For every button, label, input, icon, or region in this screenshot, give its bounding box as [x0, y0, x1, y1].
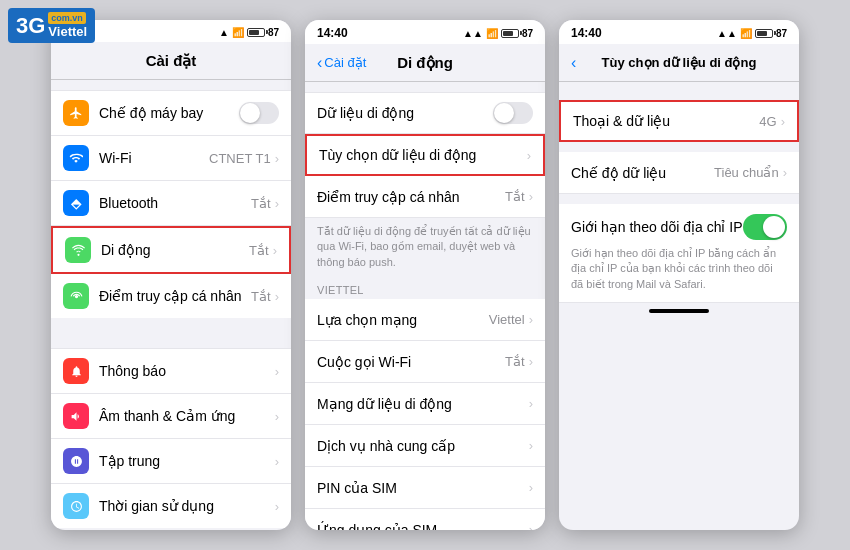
focus-label: Tập trung: [99, 453, 275, 469]
mobile-value: Tắt: [249, 243, 269, 258]
list-item-sim-pin[interactable]: PIN của SIM ›: [305, 467, 545, 509]
list-item-screentime[interactable]: Thời gian sử dụng ›: [51, 484, 291, 528]
wifi-label: Wi-Fi: [99, 150, 209, 166]
airplane-toggle[interactable]: [239, 102, 279, 124]
list-item-network-select[interactable]: Lựa chọn mạng Viettel ›: [305, 299, 545, 341]
sim-app-chevron: ›: [529, 522, 533, 530]
ip-tracking-desc: Giới hạn theo dõi địa chỉ IP bằng cách ẩ…: [571, 246, 787, 292]
bluetooth-icon: ⬘: [63, 190, 89, 216]
list-item-notification[interactable]: Thông báo ›: [51, 348, 291, 394]
screens-container: •••• ▲ 📶 87 Cài đặt Chế độ máy bay: [31, 0, 819, 550]
nav-header-3: ‹ Tùy chọn dữ liệu di động: [559, 44, 799, 82]
data-options-chevron: ›: [527, 148, 531, 163]
data-network-chevron: ›: [529, 396, 533, 411]
screen2-title: Di động: [397, 54, 453, 72]
wifi-icon: 📶: [232, 27, 244, 38]
list-item-provider[interactable]: Dịch vụ nhà cung cấp ›: [305, 425, 545, 467]
network-select-label: Lựa chọn mạng: [317, 312, 489, 328]
svg-point-0: [74, 294, 77, 297]
list-item-focus[interactable]: Tập trung ›: [51, 439, 291, 484]
hotspot-icon: [63, 283, 89, 309]
ip-tracking-label: Giới hạn theo dõi địa chỉ IP: [571, 219, 743, 235]
network-select-chevron: ›: [529, 312, 533, 327]
divider-1: [51, 320, 291, 348]
list-item-data-options[interactable]: Tùy chọn dữ liệu di động ›: [305, 134, 545, 176]
list-item-personal-hotspot[interactable]: Điểm truy cập cá nhân Tắt ›: [305, 176, 545, 218]
nav-back-2[interactable]: ‹ Cài đặt: [317, 54, 366, 72]
bluetooth-chevron: ›: [275, 196, 279, 211]
hotspot-value: Tắt: [251, 289, 271, 304]
list-item-airplane[interactable]: Chế độ máy bay: [51, 90, 291, 136]
wifi-icon-2: 📶: [486, 28, 498, 39]
wifi-signal-icon: ▲: [219, 27, 229, 38]
brand-com: com.vn: [48, 12, 86, 24]
nav-header-1: Cài đặt: [51, 42, 291, 80]
wifi-call-value: Tắt: [505, 354, 525, 369]
brand-viettel: Viettel: [48, 24, 87, 39]
provider-chevron: ›: [529, 438, 533, 453]
data-mode-chevron: ›: [783, 165, 787, 180]
wifi-chevron: ›: [275, 151, 279, 166]
list-item-data-mode[interactable]: Chế độ dữ liệu Tiêu chuẩn ›: [559, 152, 799, 194]
mobile-chevron: ›: [273, 243, 277, 258]
status-bar-3: 14:40 ▲▲ 📶 87: [559, 20, 799, 44]
screen2-mobile: 14:40 ▲▲ 📶 87 ‹ Cài đặt Di động Dữ liệu …: [305, 20, 545, 530]
list-item-sim-app[interactable]: Ứng dụng của SIM ›: [305, 509, 545, 530]
ip-tracking-toggle[interactable]: [743, 214, 787, 240]
battery-level-1: 87: [268, 27, 279, 38]
list-item-mobile-data[interactable]: Dữ liệu di động: [305, 92, 545, 134]
notification-label: Thông báo: [99, 363, 275, 379]
wifi-icon-3: 📶: [740, 28, 752, 39]
divider-s3-1: [559, 142, 799, 152]
list-item-hotspot[interactable]: Điểm truy cập cá nhân Tắt ›: [51, 274, 291, 318]
nav-back-3[interactable]: ‹: [571, 54, 576, 72]
voice-data-chevron: ›: [781, 114, 785, 129]
screen3-title: Tùy chọn dữ liệu di động: [602, 55, 757, 70]
sim-app-label: Ứng dụng của SIM: [317, 522, 529, 530]
section-label-viettel: VIETTEL: [305, 278, 545, 299]
data-mode-value: Tiêu chuẩn: [714, 165, 779, 180]
status-time-3: 14:40: [571, 26, 602, 40]
screen1-title: Cài đặt: [146, 52, 197, 70]
settings-list-3: Thoại & dữ liệu 4G › Chế độ dữ liệu Tiêu…: [559, 82, 799, 530]
personal-hotspot-value: Tắt: [505, 189, 525, 204]
list-item-wifi[interactable]: Wi-Fi CTNET T1 ›: [51, 136, 291, 181]
wifi-value: CTNET T1: [209, 151, 271, 166]
screen3-data-options: 14:40 ▲▲ 📶 87 ‹ Tùy chọn dữ liệu di động…: [559, 20, 799, 530]
signal-icon-2: ▲▲: [463, 28, 483, 39]
data-mode-label: Chế độ dữ liệu: [571, 165, 714, 181]
nav-header-2: ‹ Cài đặt Di động: [305, 44, 545, 82]
bluetooth-value: Tắt: [251, 196, 271, 211]
mobile-data-toggle[interactable]: [493, 102, 533, 124]
settings-list-2: Dữ liệu di động Tùy chọn dữ liệu di động…: [305, 82, 545, 530]
battery-level-3: 87: [776, 28, 787, 39]
mobile-label: Di động: [101, 242, 249, 258]
screentime-chevron: ›: [275, 499, 279, 514]
signal-icon-3: ▲▲: [717, 28, 737, 39]
sound-icon: [63, 403, 89, 429]
voice-data-value: 4G: [759, 114, 776, 129]
screen1-settings: •••• ▲ 📶 87 Cài đặt Chế độ máy bay: [51, 20, 291, 530]
mobile-icon: [65, 237, 91, 263]
battery-icon-1: [247, 28, 265, 37]
notification-chevron: ›: [275, 364, 279, 379]
list-item-voice-data[interactable]: Thoại & dữ liệu 4G ›: [559, 100, 799, 142]
list-item-sound[interactable]: Âm thanh & Cảm ứng ›: [51, 394, 291, 439]
list-item-wifi-call[interactable]: Cuộc gọi Wi-Fi Tắt ›: [305, 341, 545, 383]
list-item-data-network[interactable]: Mạng dữ liệu di động ›: [305, 383, 545, 425]
list-item-ip-tracking[interactable]: Giới hạn theo dõi địa chỉ IP Giới hạn th…: [559, 204, 799, 303]
airplane-label: Chế độ máy bay: [99, 105, 239, 121]
brand-3g: 3G: [16, 13, 45, 39]
status-icons-3: ▲▲ 📶 87: [717, 28, 787, 39]
wifi-list-icon: [63, 145, 89, 171]
list-item-bluetooth[interactable]: ⬘ Bluetooth Tắt ›: [51, 181, 291, 226]
list-item-mobile[interactable]: Di động Tắt ›: [51, 226, 291, 274]
settings-list-1: Chế độ máy bay Wi-Fi CTNET T1 › ⬘: [51, 80, 291, 530]
personal-hotspot-label: Điểm truy cập cá nhân: [317, 189, 505, 205]
mobile-data-label: Dữ liệu di động: [317, 105, 493, 121]
hotspot-chevron: ›: [275, 289, 279, 304]
airplane-icon: [63, 100, 89, 126]
screentime-label: Thời gian sử dụng: [99, 498, 275, 514]
hotspot-label: Điểm truy cập cá nhân: [99, 288, 251, 304]
status-time-2: 14:40: [317, 26, 348, 40]
